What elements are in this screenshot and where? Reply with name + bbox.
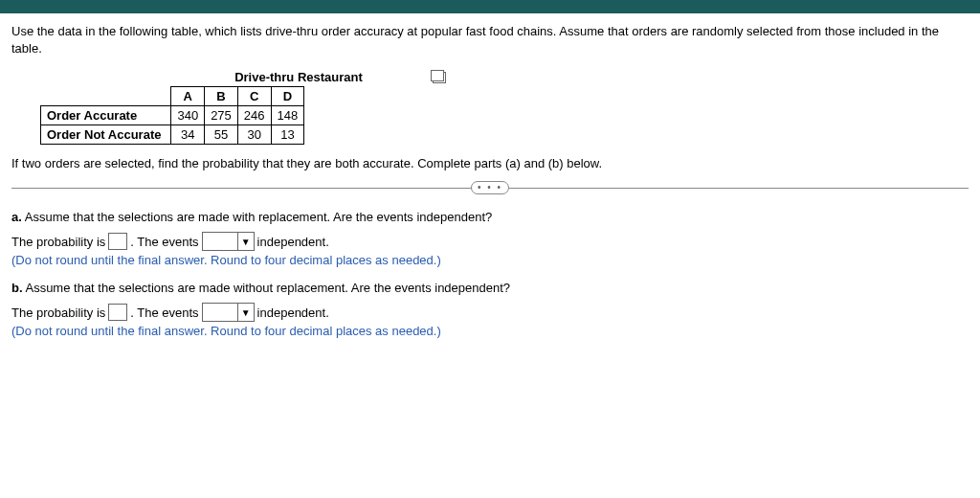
col-C: C <box>237 87 271 106</box>
data-table-wrap: Drive-thru Restaurant A B C D Order Accu… <box>40 70 969 145</box>
text-after-box: . The events <box>130 235 198 249</box>
question-content: Use the data in the following table, whi… <box>0 13 980 361</box>
copy-icon[interactable] <box>433 72 446 83</box>
chevron-down-icon: ▼ <box>237 233 254 250</box>
probability-input-b[interactable] <box>108 304 127 321</box>
independence-dropdown-b[interactable]: ▼ <box>202 303 255 322</box>
text-after-box: . The events <box>130 306 198 320</box>
expand-pill[interactable]: • • • <box>471 181 509 194</box>
data-table: A B C D Order Accurate 340 275 246 148 O… <box>40 86 304 145</box>
cell: 340 <box>171 106 205 125</box>
cell: 34 <box>171 125 205 145</box>
part-b-question: b. Assume that the selections are made w… <box>11 281 969 295</box>
text-after-dropdown: independent. <box>257 306 329 320</box>
part-b-note: (Do not round until the final answer. Ro… <box>11 324 969 338</box>
text-before-box: The probability is <box>11 235 105 249</box>
part-a-qtext: Assume that the selections are made with… <box>25 210 493 224</box>
part-b: b. Assume that the selections are made w… <box>11 281 969 338</box>
table-row: Order Accurate 340 275 246 148 <box>41 106 304 125</box>
col-A: A <box>171 87 205 106</box>
intro-text: Use the data in the following table, whi… <box>11 23 969 57</box>
part-b-answer-line: The probability is . The events ▼ indepe… <box>11 303 969 322</box>
text-before-box: The probability is <box>11 306 105 320</box>
cell: 13 <box>271 125 304 145</box>
part-b-label: b. <box>11 281 23 295</box>
part-a: a. Assume that the selections are made w… <box>11 210 969 267</box>
row-label: Order Not Accurate <box>41 125 171 145</box>
part-a-question: a. Assume that the selections are made w… <box>11 210 969 224</box>
table-title: Drive-thru Restaurant <box>40 70 423 84</box>
text-after-dropdown: independent. <box>257 235 329 249</box>
col-B: B <box>205 87 238 106</box>
col-D: D <box>271 87 304 106</box>
part-a-answer-line: The probability is . The events ▼ indepe… <box>11 232 969 251</box>
cell: 246 <box>237 106 271 125</box>
cell: 30 <box>237 125 271 145</box>
chevron-down-icon: ▼ <box>237 304 254 321</box>
part-b-qtext: Assume that the selections are made with… <box>25 281 510 295</box>
independence-dropdown-a[interactable]: ▼ <box>202 232 255 251</box>
cell: 55 <box>205 125 238 145</box>
section-divider: • • • <box>11 188 969 189</box>
instruction-text: If two orders are selected, find the pro… <box>11 156 969 170</box>
probability-input-a[interactable] <box>108 233 127 250</box>
cell: 148 <box>271 106 304 125</box>
part-a-note: (Do not round until the final answer. Ro… <box>11 253 969 267</box>
row-label: Order Accurate <box>41 106 171 125</box>
table-header-row: A B C D <box>41 87 304 106</box>
table-row: Order Not Accurate 34 55 30 13 <box>41 125 304 145</box>
window-top-bar <box>0 0 980 13</box>
cell: 275 <box>205 106 238 125</box>
part-a-label: a. <box>11 210 22 224</box>
